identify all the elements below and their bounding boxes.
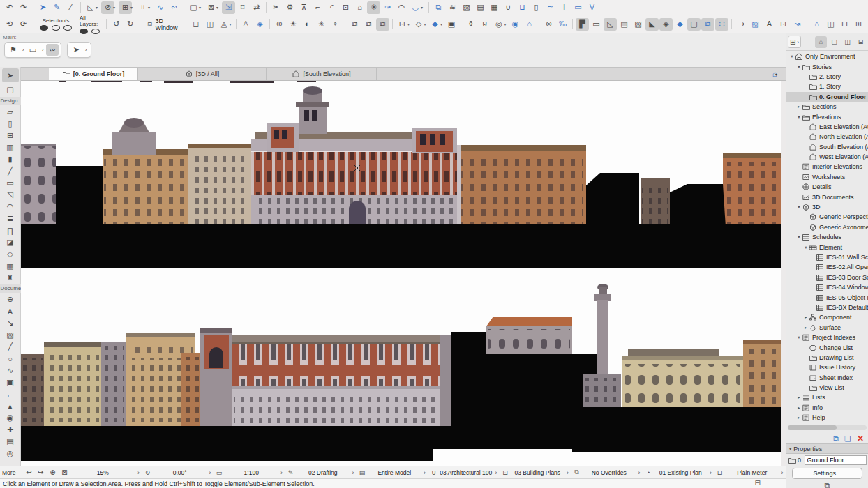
object-tool[interactable]: ♜ xyxy=(2,272,19,284)
dashed-rect-icon[interactable]: ▢ xyxy=(687,18,701,31)
3dwindow-button[interactable]: ⧈3D Window xyxy=(143,16,183,33)
slab-tool[interactable]: ▭ xyxy=(2,177,19,189)
navigator-item-ies-bx-default[interactable]: IES-BX Default xyxy=(786,303,868,312)
abc-icon[interactable]: A xyxy=(763,18,776,31)
settings-button[interactable]: Settings... xyxy=(792,468,862,479)
navigator-item-sections[interactable]: ▸Sections xyxy=(786,102,868,112)
chevron-icon[interactable]: › xyxy=(20,47,26,53)
zoom-forward-icon[interactable]: ↪ xyxy=(35,468,47,476)
figure-icon[interactable]: ▣ xyxy=(444,18,458,31)
layer-combination-control[interactable]: ⊡03 Building Plans› xyxy=(500,469,571,476)
navigator-item-details[interactable]: Details xyxy=(786,182,868,192)
curtainwall-tool[interactable]: ▥ xyxy=(2,142,19,153)
paste-active-icon[interactable]: ⧉ xyxy=(376,18,389,31)
eye-icon[interactable] xyxy=(40,25,48,31)
stair-tool[interactable]: ≣ xyxy=(2,213,19,224)
dropdown-caret-icon[interactable]: ▾ xyxy=(148,5,153,10)
navigator-item-3d-documents[interactable]: 3D Documents xyxy=(786,192,868,201)
navigator-item-south-elevation-a[interactable]: South Elevation (A xyxy=(786,142,868,152)
back-icon[interactable]: ⟲ xyxy=(3,18,16,31)
tree-right-arrow-icon[interactable]: ▸ xyxy=(796,405,802,411)
stretch-icon[interactable]: ⇄ xyxy=(250,1,263,14)
hatch2-icon[interactable]: ▨ xyxy=(631,18,645,31)
popup-navigator-home-icon[interactable]: ⌂▾ xyxy=(772,69,780,79)
drag-icon[interactable]: ⇲ xyxy=(222,1,235,14)
chevron-icon[interactable]: › xyxy=(83,47,89,53)
fill-corner-icon[interactable]: ▛ xyxy=(576,18,589,31)
pen-set-control[interactable]: ✎02 Drafting› xyxy=(285,469,357,476)
chevron-icon[interactable]: › xyxy=(350,469,357,476)
paste-icon[interactable]: ⧉ xyxy=(348,18,361,31)
pickup-icon[interactable]: ⚙ xyxy=(283,1,297,14)
navigator-item-project-indexes[interactable]: ▾Project Indexes xyxy=(786,333,868,342)
paint-icon[interactable]: ✑ xyxy=(381,1,394,14)
beam-acc-icon[interactable]: ≃ xyxy=(544,1,557,14)
navigator-item-ies-02-all-oper[interactable]: IES-02 All Oper xyxy=(786,262,868,272)
column-tool[interactable]: ▮ xyxy=(2,153,19,165)
mesh-acc-icon[interactable]: ▦ xyxy=(488,1,501,14)
elevation-tool[interactable]: ▲ xyxy=(2,400,19,412)
zone-tool[interactable]: ◇ xyxy=(2,248,19,260)
navigator-item-issue-history[interactable]: Issue History xyxy=(786,363,868,372)
fly-icon[interactable]: ◈ xyxy=(253,18,267,31)
dock-window-icon[interactable]: ⧉ xyxy=(833,434,839,443)
navigator-item-only-environment[interactable]: ▾Only Environment xyxy=(786,52,868,61)
tabbed-windows-icon[interactable]: ⧉ xyxy=(786,481,868,488)
frame-box-icon[interactable]: ⊡ xyxy=(777,18,790,31)
navigator-item-east-elevation-au[interactable]: East Elevation (Au xyxy=(786,122,868,132)
pencil-icon[interactable]: ✎ xyxy=(50,1,63,14)
forward-icon[interactable]: ⟳ xyxy=(17,18,30,31)
elevate-icon[interactable]: ⊼ xyxy=(297,1,310,14)
navigator-item-sheet-index[interactable]: Sheet Index xyxy=(786,373,868,383)
dimension-tool[interactable]: ⊕ xyxy=(2,293,19,305)
navigator-item-ies-01-wall-sch[interactable]: IES-01 Wall Sch xyxy=(786,252,868,262)
book-icon[interactable]: ◫ xyxy=(824,18,837,31)
text-tool[interactable]: A xyxy=(2,305,19,317)
ibeam-icon[interactable]: Ⅰ xyxy=(558,1,571,14)
roof-icon[interactable]: ⌂ xyxy=(353,1,366,14)
tab--3d-all-[interactable]: [3D / All] xyxy=(138,68,267,80)
navigator-item-stories[interactable]: ▾Stories xyxy=(786,61,868,71)
polyline-tool[interactable]: ∿ xyxy=(2,365,19,376)
canvas-vertical-scrollbar[interactable] xyxy=(781,81,786,466)
hatch1-icon[interactable]: ▤ xyxy=(618,18,631,31)
walk-icon[interactable]: ♙ xyxy=(239,18,253,31)
chevron-icon[interactable]: › xyxy=(278,469,285,476)
stack-icon[interactable]: ▤ xyxy=(474,1,487,14)
dimension-box-icon[interactable]: ⌑ xyxy=(236,1,249,14)
tree-down-arrow-icon[interactable]: ▾ xyxy=(789,54,795,59)
corner-icon[interactable]: ⌐ xyxy=(311,1,324,14)
label-tool[interactable]: ↘ xyxy=(2,317,19,329)
chevron-icon[interactable]: › xyxy=(779,469,786,476)
tree-right-arrow-icon[interactable]: ▸ xyxy=(803,325,809,330)
arrows-dashed-icon[interactable]: ⇢ xyxy=(735,18,748,31)
close-panel-icon[interactable]: ✕ xyxy=(857,434,864,443)
column-u-icon[interactable]: ∪ xyxy=(502,1,515,14)
north-icon[interactable]: ✳ xyxy=(315,18,328,31)
camera-cloud-icon[interactable]: ◉ xyxy=(509,18,522,31)
display-icon[interactable]: ⊟ xyxy=(838,18,851,31)
explode-icon[interactable]: ✳ xyxy=(367,1,380,14)
keyboard-icon[interactable]: ▭ xyxy=(571,1,585,14)
diamond-dot-icon[interactable]: ◈ xyxy=(659,18,673,31)
flag-tool-icon[interactable]: ⚑ xyxy=(7,44,20,56)
new-window-icon[interactable]: ❏ xyxy=(844,434,851,443)
undo-icon[interactable]: ↶ xyxy=(3,1,16,14)
publisher-tab[interactable]: ⊟ xyxy=(855,36,867,48)
dropdown-caret-icon[interactable]: ▾ xyxy=(440,22,444,26)
navigator-item-component[interactable]: ▸Component xyxy=(786,312,868,322)
tree-down-arrow-icon[interactable]: ▾ xyxy=(796,204,802,210)
arrow-tool[interactable]: ➤ xyxy=(2,68,19,82)
navigator-item-surface[interactable]: ▸Surface xyxy=(786,323,868,333)
navigator-item-view-list[interactable]: View List xyxy=(786,383,868,392)
tree-down-arrow-icon[interactable]: ▾ xyxy=(796,234,802,240)
camera-home-icon[interactable]: ⌂ xyxy=(523,18,536,31)
dropdown-caret-icon[interactable]: ▾ xyxy=(407,22,412,26)
tree-horizontal-scrollbar[interactable] xyxy=(788,425,867,430)
chevron-icon[interactable]: › xyxy=(40,47,45,53)
dropdown-caret-icon[interactable]: ▾ xyxy=(504,22,508,26)
dropdown-caret-icon[interactable]: ▾ xyxy=(113,5,118,10)
chevron-icon[interactable]: › xyxy=(564,469,571,476)
navigator-item-3d[interactable]: ▾3D xyxy=(786,202,868,212)
measure-system-control[interactable]: ⊟Plain Meter› xyxy=(714,469,786,476)
